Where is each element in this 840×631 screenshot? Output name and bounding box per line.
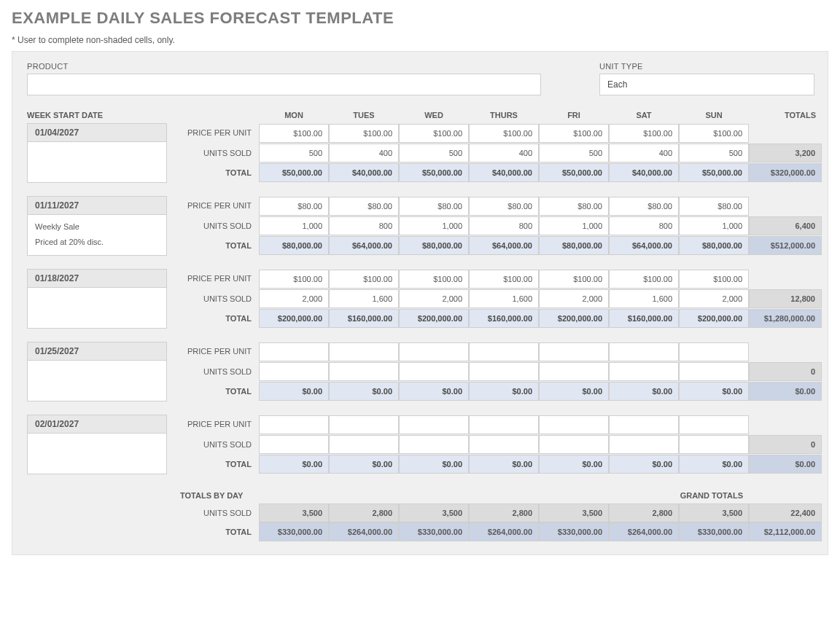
week-3-units-3[interactable] <box>469 362 539 381</box>
week-2-units-3[interactable]: 1,600 <box>469 289 539 308</box>
week-4-units-0[interactable] <box>259 435 329 454</box>
week-1-units-1[interactable]: 800 <box>329 216 399 235</box>
week-0-units-6[interactable]: 500 <box>679 144 749 162</box>
week-0-units-1[interactable]: 400 <box>329 144 399 162</box>
week-0-units-3[interactable]: 400 <box>469 144 539 162</box>
week-0-units-4[interactable]: 500 <box>539 144 609 162</box>
week-1-price-4[interactable]: $80.00 <box>539 197 609 216</box>
grand-total-tues: $264,000.00 <box>329 522 399 541</box>
week-2-units-6[interactable]: 2,000 <box>679 289 749 308</box>
week-4-price-5[interactable] <box>609 415 679 434</box>
week-0-price-6[interactable]: $100.00 <box>679 124 749 143</box>
week-1-price-1[interactable]: $80.00 <box>329 197 399 216</box>
week-0-total-2: $50,000.00 <box>399 163 469 182</box>
week-3-units-0[interactable] <box>259 362 329 381</box>
week-0-notes[interactable] <box>27 142 167 183</box>
week-3-price-3[interactable] <box>469 342 539 361</box>
week-2-units-2[interactable]: 2,000 <box>399 289 469 308</box>
week-1-price-5[interactable]: $80.00 <box>609 197 679 216</box>
week-1-units-5[interactable]: 800 <box>609 216 679 235</box>
week-0-units-0[interactable]: 500 <box>259 144 329 162</box>
week-1-price-3[interactable]: $80.00 <box>469 197 539 216</box>
week-1-units-3[interactable]: 800 <box>469 216 539 235</box>
week-3-units-6[interactable] <box>679 362 749 381</box>
week-3-date[interactable]: 01/25/2027 <box>27 342 167 361</box>
week-1-price-0[interactable]: $80.00 <box>259 197 329 216</box>
week-1-units-label: UNITS SOLD <box>180 216 259 235</box>
grand-units-sun: 3,500 <box>679 503 749 522</box>
week-1-price-label: PRICE PER UNIT <box>180 196 259 216</box>
grand-total-sat: $264,000.00 <box>609 522 679 541</box>
unit-type-label: UNIT TYPE <box>599 62 814 71</box>
week-3-total-label: TOTAL <box>180 382 259 401</box>
week-2-price-6[interactable]: $100.00 <box>679 270 749 289</box>
week-0-price-0[interactable]: $100.00 <box>259 124 329 143</box>
week-4-date[interactable]: 02/01/2027 <box>27 415 167 434</box>
week-0-price-2[interactable]: $100.00 <box>399 124 469 143</box>
week-0-price-3[interactable]: $100.00 <box>469 124 539 143</box>
week-1-units-0[interactable]: 1,000 <box>259 216 329 235</box>
week-3-price-6[interactable] <box>679 342 749 361</box>
week-2-units-5[interactable]: 1,600 <box>609 289 679 308</box>
week-4-units-4[interactable] <box>539 435 609 454</box>
week-3-units-2[interactable] <box>399 362 469 381</box>
week-3-price-0[interactable] <box>259 342 329 361</box>
week-1-units-6[interactable]: 1,000 <box>679 216 749 235</box>
week-2-price-3[interactable]: $100.00 <box>469 270 539 289</box>
week-0-units-2[interactable]: 500 <box>399 144 469 162</box>
week-3-price-4[interactable] <box>539 342 609 361</box>
grand-total-mon: $330,000.00 <box>259 522 329 541</box>
week-2-notes[interactable] <box>27 288 167 329</box>
week-2-price-5[interactable]: $100.00 <box>609 270 679 289</box>
week-1-units-2[interactable]: 1,000 <box>399 216 469 235</box>
product-input[interactable] <box>27 74 541 95</box>
week-1-price-6[interactable]: $80.00 <box>679 197 749 216</box>
week-0-price-1[interactable]: $100.00 <box>329 124 399 143</box>
week-3-notes[interactable] <box>27 361 167 401</box>
week-2-total-3: $160,000.00 <box>469 309 539 328</box>
week-0-units-5[interactable]: 400 <box>609 144 679 162</box>
week-4-price-6[interactable] <box>679 415 749 434</box>
week-2-total-1: $160,000.00 <box>329 309 399 328</box>
week-4-units-3[interactable] <box>469 435 539 454</box>
week-2-price-4[interactable]: $100.00 <box>539 270 609 289</box>
week-0-date[interactable]: 01/04/2027 <box>27 123 167 142</box>
week-0-week-total: $320,000.00 <box>749 163 822 182</box>
week-4-units-5[interactable] <box>609 435 679 454</box>
week-3-price-1[interactable] <box>329 342 399 361</box>
week-1-total-0: $80,000.00 <box>259 236 329 255</box>
week-1-units-4[interactable]: 1,000 <box>539 216 609 235</box>
week-0-price-5[interactable]: $100.00 <box>609 124 679 143</box>
grand-units-wed: 3,500 <box>399 503 469 522</box>
week-4-units-6[interactable] <box>679 435 749 454</box>
week-3-units-1[interactable] <box>329 362 399 381</box>
week-4-units-1[interactable] <box>329 435 399 454</box>
week-4-price-2[interactable] <box>399 415 469 434</box>
week-3-price-5[interactable] <box>609 342 679 361</box>
week-1-notes[interactable]: Weekly Sale Priced at 20% disc. <box>27 215 167 256</box>
week-2-date[interactable]: 01/18/2027 <box>27 269 167 288</box>
week-3-units-4[interactable] <box>539 362 609 381</box>
week-2-units-0[interactable]: 2,000 <box>259 289 329 308</box>
week-4-price-1[interactable] <box>329 415 399 434</box>
week-3-total-4: $0.00 <box>539 382 609 401</box>
week-4-price-4[interactable] <box>539 415 609 434</box>
week-2-units-4[interactable]: 2,000 <box>539 289 609 308</box>
week-3-total-6: $0.00 <box>679 382 749 401</box>
week-1-date[interactable]: 01/11/2027 <box>27 196 167 215</box>
week-2-price-1[interactable]: $100.00 <box>329 270 399 289</box>
week-0-price-4[interactable]: $100.00 <box>539 124 609 143</box>
week-3-price-2[interactable] <box>399 342 469 361</box>
week-4-units-2[interactable] <box>399 435 469 454</box>
week-4-price-0[interactable] <box>259 415 329 434</box>
week-2-price-0[interactable]: $100.00 <box>259 270 329 289</box>
week-3-units-5[interactable] <box>609 362 679 381</box>
week-4-price-3[interactable] <box>469 415 539 434</box>
week-3-total-3: $0.00 <box>469 382 539 401</box>
grand-total-wed: $330,000.00 <box>399 522 469 541</box>
week-1-price-2[interactable]: $80.00 <box>399 197 469 216</box>
week-4-notes[interactable] <box>27 434 167 474</box>
unit-type-input[interactable] <box>599 74 814 95</box>
week-2-price-2[interactable]: $100.00 <box>399 270 469 289</box>
week-2-units-1[interactable]: 1,600 <box>329 289 399 308</box>
